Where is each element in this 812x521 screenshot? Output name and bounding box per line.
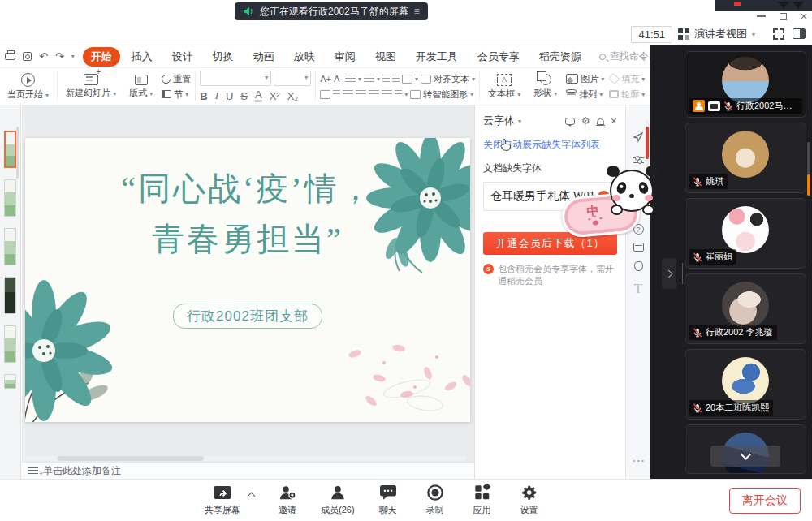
- horizontal-scrollbar[interactable]: [25, 456, 466, 461]
- expand-panel-handle[interactable]: [662, 258, 676, 289]
- tab-稻壳资源[interactable]: 稻壳资源: [531, 47, 590, 67]
- slide-subtitle-badge[interactable]: 行政2002班团支部: [173, 304, 322, 329]
- tab-插入[interactable]: 插入: [123, 47, 161, 67]
- banner-menu-icon[interactable]: ≡: [414, 6, 420, 17]
- increase-font-button[interactable]: A+: [320, 74, 331, 84]
- numbered-list-icon[interactable]: [364, 75, 374, 83]
- decrease-indent-icon[interactable]: [382, 75, 390, 83]
- align-left-icon[interactable]: [343, 90, 353, 98]
- fill-button[interactable]: 填充 ▾: [609, 73, 645, 85]
- participants-scrollbar[interactable]: [807, 142, 810, 196]
- participant-tile[interactable]: 行政2002马子舒...: [685, 51, 806, 118]
- start-from-current-button[interactable]: 当页开始 ▾: [3, 73, 53, 101]
- close-panel-icon[interactable]: ×: [611, 114, 617, 127]
- fullscreen-icon[interactable]: [773, 28, 784, 40]
- collapse-tiles-button[interactable]: [710, 446, 780, 467]
- record-button[interactable]: 录制: [421, 484, 449, 516]
- chat-button[interactable]: 聊天: [374, 484, 402, 516]
- bold-button[interactable]: B: [200, 90, 207, 102]
- participant-tile[interactable]: 崔丽娟: [685, 198, 806, 269]
- text-direction-icon[interactable]: [402, 75, 412, 84]
- tab-审阅[interactable]: 审阅: [326, 47, 364, 67]
- settings-button[interactable]: 设置: [516, 484, 543, 516]
- share-screen-options-caret[interactable]: [248, 493, 256, 501]
- smart-graphic-button[interactable]: 转智能图形▾: [410, 88, 473, 101]
- panel-title-caret-icon[interactable]: ▾: [518, 118, 521, 125]
- print-preview-icon[interactable]: [23, 52, 32, 61]
- participant-tile[interactable]: 姚琪: [685, 123, 806, 193]
- panel-drag-handle[interactable]: [680, 263, 680, 284]
- restore-button[interactable]: [780, 13, 787, 20]
- redo-icon[interactable]: ↷: [55, 51, 64, 62]
- close-button[interactable]: ×: [801, 12, 807, 20]
- picture-button[interactable]: 图片 ▾: [566, 73, 604, 85]
- slide-thumbnail[interactable]: [4, 325, 16, 363]
- justify-icon[interactable]: [382, 90, 392, 98]
- textbox-button[interactable]: A 文本框 ▾: [484, 74, 525, 100]
- align-center-icon[interactable]: [356, 90, 366, 98]
- members-button[interactable]: 成员(26): [321, 484, 355, 516]
- undo-icon[interactable]: ↶: [39, 51, 48, 62]
- notification-bell-icon[interactable]: [597, 118, 604, 125]
- minimize-button[interactable]: [757, 15, 766, 17]
- share-screen-button[interactable]: 共享屏幕: [205, 484, 240, 516]
- align-text-button[interactable]: 对齐文本▾: [421, 73, 475, 85]
- print-icon[interactable]: [5, 53, 15, 60]
- invite-button[interactable]: 邀请: [274, 484, 301, 516]
- italic-button[interactable]: I: [215, 89, 218, 102]
- text-tool-icon[interactable]: T: [626, 281, 650, 297]
- settings-gear-icon[interactable]: ⚙: [581, 116, 590, 126]
- subscript-button[interactable]: X₂: [287, 90, 299, 102]
- increase-indent-icon[interactable]: [392, 75, 400, 83]
- align-right-icon[interactable]: [369, 90, 379, 98]
- slide-thumbnail[interactable]: [4, 277, 16, 314]
- slide-thumbnail-panel[interactable]: [0, 105, 21, 479]
- tab-设计[interactable]: 设计: [164, 47, 201, 67]
- slide-layout-button[interactable]: 版式 ▾: [125, 75, 157, 99]
- customize-caret-icon[interactable]: ▾: [71, 53, 75, 60]
- tab-切换[interactable]: 切换: [205, 47, 242, 67]
- current-slide[interactable]: “同心战‘疫’情， 青春勇担当” 行政2002班团支部: [25, 138, 470, 422]
- tab-放映[interactable]: 放映: [286, 47, 323, 67]
- underline-button[interactable]: U: [226, 90, 233, 102]
- line-spacing-icon[interactable]: [395, 90, 402, 98]
- text-effects-icon[interactable]: [320, 90, 330, 99]
- tab-动画[interactable]: 动画: [245, 47, 283, 67]
- thumbnail-scrollbar[interactable]: [16, 127, 19, 179]
- font-name-combo[interactable]: [200, 71, 271, 86]
- tab-开始[interactable]: 开始: [83, 47, 120, 67]
- arrange-button[interactable]: 排列 ▾: [566, 88, 604, 101]
- apps-button[interactable]: 应用: [469, 484, 496, 516]
- outline-button[interactable]: 轮廓 ▾: [609, 88, 645, 101]
- font-color-button[interactable]: A: [255, 89, 262, 102]
- tab-视图[interactable]: 视图: [367, 47, 404, 67]
- shield-icon[interactable]: [626, 260, 650, 274]
- strikethrough-button[interactable]: S: [240, 90, 248, 102]
- feedback-icon[interactable]: [565, 118, 575, 125]
- tab-会员专享[interactable]: 会员专享: [469, 47, 528, 67]
- reset-button[interactable]: 重置: [162, 73, 191, 85]
- section-button[interactable]: 节 ▾: [162, 88, 191, 101]
- calendar-icon[interactable]: [626, 240, 650, 255]
- view-mode-button[interactable]: 演讲者视图 ▾: [672, 25, 762, 43]
- participant-tile[interactable]: 行政2002 李兆璇: [685, 273, 806, 344]
- bullet-list-icon[interactable]: [345, 75, 356, 83]
- highlight-icon[interactable]: [333, 90, 340, 98]
- panel-scrollbar[interactable]: [646, 120, 649, 169]
- decrease-font-button[interactable]: A-: [334, 74, 343, 84]
- more-tools-icon[interactable]: ⋯: [626, 453, 650, 468]
- slide-thumbnail[interactable]: [4, 228, 16, 265]
- superscript-button[interactable]: X²: [270, 90, 280, 102]
- shapes-button[interactable]: 形状 ▾: [529, 74, 561, 99]
- leave-meeting-button[interactable]: 离开会议: [729, 488, 801, 514]
- font-size-combo[interactable]: [274, 71, 311, 86]
- notes-bar[interactable]: 单击此处添加备注: [22, 462, 474, 479]
- slide-thumbnail[interactable]: [4, 179, 16, 217]
- participant-tile[interactable]: [685, 424, 806, 474]
- tab-开发工具[interactable]: 开发工具: [408, 47, 466, 67]
- participant-tile[interactable]: 20本二班陈凯熙: [685, 349, 806, 420]
- layout-toggle-icon[interactable]: [793, 28, 806, 39]
- slide-thumbnail-selected[interactable]: [4, 131, 16, 168]
- slide-thumbnail[interactable]: [4, 374, 16, 389]
- new-slide-button[interactable]: 新建幻灯片 ▾: [62, 74, 120, 99]
